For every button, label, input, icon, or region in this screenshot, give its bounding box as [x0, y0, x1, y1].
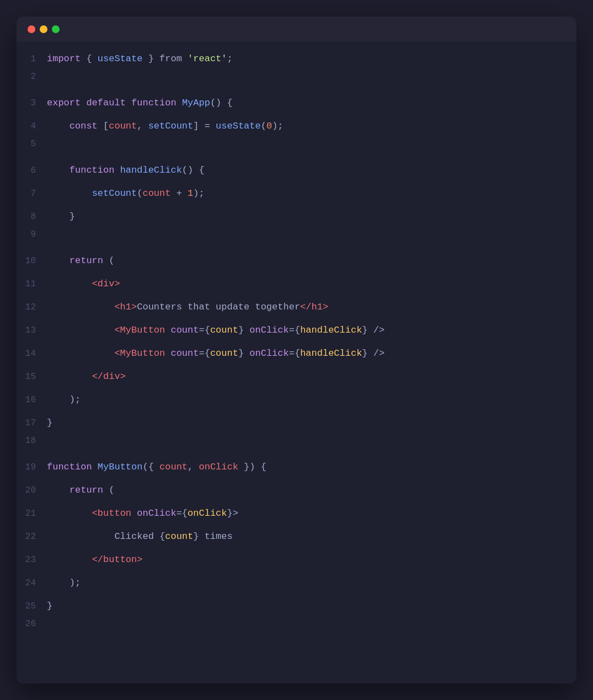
line-content: <h1>Counters that update together</h1> [47, 297, 328, 318]
line-number: 19 [17, 462, 47, 472]
code-line: 18 [17, 435, 576, 456]
line-content: } [47, 413, 52, 434]
line-number: 25 [17, 601, 47, 611]
code-line: 10 return ( [17, 249, 576, 272]
line-number: 6 [17, 165, 47, 175]
code-line: 12 <h1>Counters that update together</h1… [17, 296, 576, 319]
line-content: import { useState } from 'react'; [47, 49, 233, 70]
line-number: 14 [17, 349, 47, 359]
line-content: export default function MyApp() { [47, 93, 233, 114]
line-content: function MyButton({ count, onClick }) { [47, 457, 266, 478]
editor-window: 1import { useState } from 'react';23expo… [17, 17, 576, 683]
code-line: 14 <MyButton count={count} onClick={hand… [17, 342, 576, 365]
line-number: 24 [17, 578, 47, 588]
line-number: 9 [17, 229, 47, 239]
line-content: <MyButton count={count} onClick={handleC… [47, 320, 384, 341]
code-line: 21 <button onClick={onClick}> [17, 502, 576, 525]
line-number: 13 [17, 325, 47, 335]
code-line: 19function MyButton({ count, onClick }) … [17, 456, 576, 479]
line-content: </div> [47, 366, 126, 387]
code-line: 20 return ( [17, 479, 576, 502]
line-number: 23 [17, 555, 47, 565]
line-content: <div> [47, 274, 120, 295]
line-number: 2 [17, 72, 47, 82]
code-line: 13 <MyButton count={count} onClick={hand… [17, 319, 576, 342]
line-number: 4 [17, 121, 47, 131]
line-number: 8 [17, 212, 47, 222]
line-content: return ( [47, 250, 114, 271]
code-line: 17} [17, 412, 576, 435]
line-number: 26 [17, 619, 47, 629]
line-number: 11 [17, 279, 47, 289]
line-number: 20 [17, 485, 47, 495]
line-number: 21 [17, 509, 47, 519]
code-line: 3export default function MyApp() { [17, 92, 576, 115]
code-line: 9 [17, 228, 576, 249]
line-number: 22 [17, 532, 47, 542]
line-number: 12 [17, 302, 47, 312]
line-content: ); [47, 573, 81, 594]
code-line: 22 Clicked {count} times [17, 525, 576, 548]
minimize-button[interactable] [40, 25, 47, 33]
line-number: 18 [17, 436, 47, 446]
code-area: 1import { useState } from 'react';23expo… [17, 42, 576, 644]
close-button[interactable] [28, 25, 35, 33]
code-line: 7 setCount(count + 1); [17, 182, 576, 205]
code-line: 2 [17, 71, 576, 92]
line-number: 15 [17, 372, 47, 382]
line-content: Clicked {count} times [47, 526, 233, 547]
line-number: 1 [17, 54, 47, 64]
code-line: 8 } [17, 205, 576, 228]
line-content: <button onClick={onClick}> [47, 503, 238, 524]
code-line: 4 const [count, setCount] = useState(0); [17, 115, 576, 138]
line-number: 3 [17, 98, 47, 108]
line-content: return ( [47, 480, 114, 501]
line-content: } [47, 596, 52, 617]
line-content: ); [47, 389, 81, 410]
code-line: 25} [17, 595, 576, 618]
code-line: 6 function handleClick() { [17, 159, 576, 182]
code-line: 24 ); [17, 571, 576, 595]
line-content: <MyButton count={count} onClick={handleC… [47, 343, 384, 364]
code-line: 26 [17, 618, 576, 639]
code-line: 5 [17, 138, 576, 159]
line-number: 7 [17, 189, 47, 199]
title-bar [17, 17, 576, 42]
code-line: 11 <div> [17, 272, 576, 296]
code-line: 1import { useState } from 'react'; [17, 47, 576, 71]
line-content: function handleClick() { [47, 160, 205, 181]
maximize-button[interactable] [52, 25, 60, 33]
line-content: </button> [47, 549, 142, 570]
code-line: 16 ); [17, 388, 576, 412]
line-content: setCount(count + 1); [47, 183, 205, 204]
line-content: } [47, 206, 75, 227]
line-number: 16 [17, 395, 47, 405]
line-content: const [count, setCount] = useState(0); [47, 116, 284, 137]
line-number: 5 [17, 139, 47, 149]
code-line: 15 </div> [17, 365, 576, 388]
code-line: 23 </button> [17, 548, 576, 571]
line-number: 17 [17, 418, 47, 428]
line-number: 10 [17, 256, 47, 266]
